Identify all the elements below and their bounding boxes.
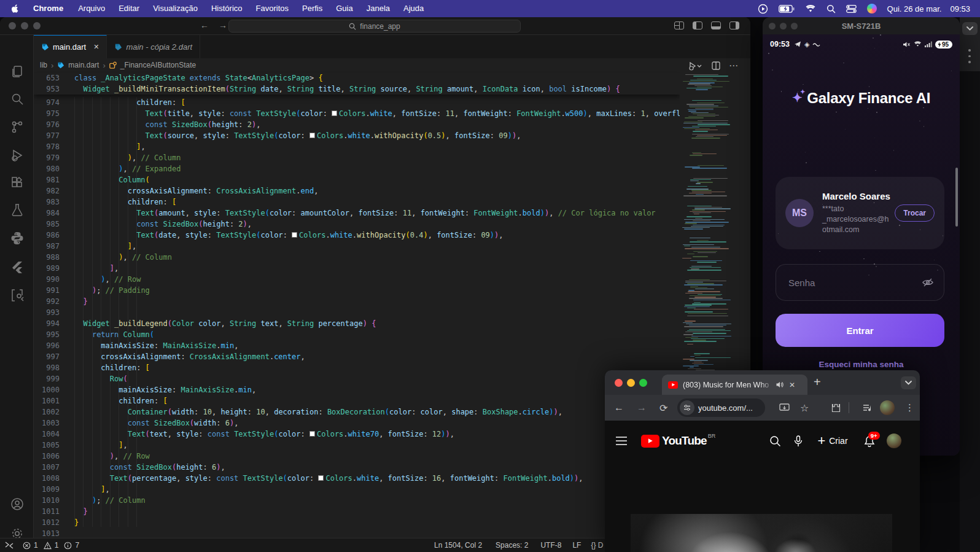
error-count[interactable]: 1 (34, 541, 38, 550)
extensions-icon[interactable] (10, 176, 25, 190)
menu-item-visualização[interactable]: Visualização (146, 4, 204, 13)
indentation[interactable]: Spaces: 2 (496, 541, 528, 550)
extensions-puzzle-icon[interactable] (831, 403, 841, 413)
tab-search-chevron[interactable] (901, 376, 916, 389)
kebab-menu-icon[interactable]: ⋮ (905, 402, 914, 413)
site-settings-icon[interactable] (680, 400, 694, 415)
code-editor[interactable]: 653class _AnalyticsPageState extends Sta… (34, 72, 680, 538)
spotlight-search-icon[interactable] (826, 4, 836, 14)
mic-icon[interactable] (794, 435, 803, 447)
tab-groups-icon[interactable] (863, 404, 873, 412)
battery-icon[interactable] (779, 5, 795, 13)
window-close-button[interactable] (9, 22, 16, 29)
login-button[interactable]: Entrar (776, 314, 944, 347)
toggle-secondary-sidebar-icon[interactable] (729, 21, 739, 29)
more-actions-icon[interactable]: ⋯ (729, 60, 738, 71)
window-minimize-button[interactable] (780, 23, 787, 29)
menu-item-editar[interactable]: Editar (112, 4, 146, 13)
collapse-chevron-button[interactable] (962, 22, 978, 35)
address-bar[interactable]: youtube.com/... (677, 398, 765, 417)
create-label[interactable]: Criar (829, 436, 847, 446)
tab-main-copia-2-dart[interactable]: main - cópia 2.dart (107, 35, 200, 58)
new-tab-icon[interactable]: + (814, 375, 821, 389)
language-mode[interactable]: {} D (591, 541, 603, 550)
reload-icon[interactable]: ⟳ (659, 402, 667, 414)
tab-main-dart[interactable]: main.dart ✕ (34, 35, 107, 58)
editor-tabbar: main.dart ✕ main - cópia 2.dart (34, 35, 750, 58)
profile-avatar[interactable] (880, 400, 895, 415)
info-count[interactable]: 7 (75, 541, 79, 550)
python-icon[interactable] (10, 231, 25, 246)
kebab-menu-icon[interactable] (968, 49, 971, 63)
browser-tab[interactable]: (803) Music for Men Who ✕ (662, 375, 807, 395)
eye-off-icon[interactable] (922, 278, 934, 287)
tab-close-icon[interactable]: ✕ (93, 43, 99, 51)
remote-explorer-icon[interactable] (10, 288, 25, 303)
split-editor-icon[interactable] (712, 61, 720, 70)
back-icon[interactable]: ← (614, 402, 624, 413)
create-plus-icon[interactable]: + (817, 433, 825, 449)
forward-icon[interactable]: → (637, 402, 647, 413)
youtube-logo-icon[interactable] (641, 435, 659, 448)
tab-audio-icon[interactable] (776, 381, 784, 388)
password-field[interactable] (776, 264, 944, 301)
source-control-icon[interactable] (10, 120, 25, 134)
menu-item-perfis[interactable]: Perfis (295, 4, 329, 13)
password-input[interactable] (776, 278, 899, 288)
window-zoom-button[interactable] (791, 23, 798, 29)
flutter-icon[interactable] (10, 260, 25, 274)
forgot-password-link[interactable]: Esqueci minha senha (763, 360, 960, 369)
phone-scrollbar[interactable] (955, 168, 958, 227)
window-minimize-button[interactable] (627, 379, 635, 387)
hamburger-menu-icon[interactable] (616, 437, 627, 445)
breadcrumb-symbol[interactable]: _FinanceAIButtonState (120, 61, 196, 69)
apple-icon[interactable] (10, 4, 19, 14)
run-debug-icon[interactable] (10, 148, 25, 163)
remote-indicator-icon[interactable] (5, 542, 14, 549)
control-center-icon[interactable] (846, 5, 857, 13)
cast-save-icon[interactable] (779, 403, 790, 412)
toggle-panel-icon[interactable] (711, 21, 721, 29)
menu-item-ajuda[interactable]: Ajuda (397, 4, 430, 13)
history-forward-icon[interactable]: → (219, 20, 227, 30)
youtube-logo-text[interactable]: YouTube (662, 434, 707, 448)
search-icon[interactable] (769, 435, 781, 447)
screen-mirroring-icon[interactable] (758, 4, 768, 14)
cursor-position[interactable]: Ln 1504, Col 2 (434, 541, 482, 550)
menu-item-histórico[interactable]: Histórico (204, 4, 249, 13)
search-icon[interactable] (10, 91, 25, 106)
menu-item-favoritos[interactable]: Favoritos (249, 4, 295, 13)
menu-clock[interactable]: Qui. 26 de mar. 09:53 (887, 4, 970, 14)
menu-item-janela[interactable]: Janela (360, 4, 397, 13)
testing-icon[interactable] (10, 203, 25, 217)
customize-layout-icon[interactable] (674, 21, 684, 29)
menu-item-chrome[interactable]: Chrome (25, 4, 71, 13)
warning-count[interactable]: 1 (55, 541, 59, 550)
menu-item-arquivo[interactable]: Arquivo (71, 4, 112, 13)
window-minimize-button[interactable] (21, 22, 28, 29)
notifications-bell-icon[interactable]: 9+ (864, 435, 875, 447)
encoding[interactable]: UTF-8 (540, 541, 561, 550)
tab-close-icon[interactable]: ✕ (789, 381, 795, 389)
window-zoom-button[interactable] (33, 22, 41, 29)
siri-icon[interactable] (867, 4, 877, 14)
wifi-icon[interactable] (805, 5, 816, 13)
command-center-search[interactable]: finance_app (228, 20, 521, 33)
eol[interactable]: LF (572, 541, 581, 550)
history-back-icon[interactable]: ← (200, 20, 209, 30)
breadcrumb-lib[interactable]: lib (40, 61, 47, 69)
accounts-icon[interactable] (10, 497, 25, 511)
search-query: finance_app (360, 22, 400, 31)
toggle-sidebar-icon[interactable] (693, 21, 702, 29)
window-close-button[interactable] (615, 379, 623, 387)
breadcrumb-file[interactable]: main.dart (68, 61, 99, 69)
run-debug-dropdown-icon[interactable] (688, 61, 703, 71)
explorer-icon[interactable] (10, 64, 25, 79)
switch-account-button[interactable]: Trocar (895, 204, 935, 222)
window-zoom-button[interactable] (639, 379, 647, 387)
menu-item-guia[interactable]: Guia (329, 4, 359, 13)
bookmark-star-icon[interactable]: ☆ (800, 402, 809, 414)
youtube-avatar[interactable] (887, 433, 901, 448)
video-thumbnail[interactable] (631, 514, 892, 552)
window-close-button[interactable] (769, 23, 776, 29)
